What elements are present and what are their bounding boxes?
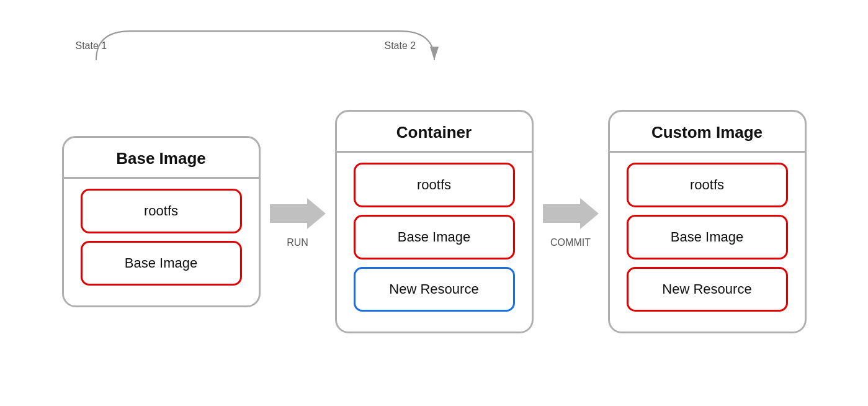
base-image-box: Base Image rootfs Base Image <box>62 136 261 307</box>
base-image-title: Base Image <box>64 138 259 179</box>
svg-marker-2 <box>543 198 599 229</box>
state2-label: State 2 <box>385 40 416 52</box>
ci-rootfs-layer: rootfs <box>627 163 788 207</box>
arrow-commit-wrapper: COMMIT <box>534 195 608 248</box>
container-box: Container rootfs Base Image New Resource <box>335 110 534 333</box>
diagram: State 1 State 2 Base Image rootfs Base I… <box>31 23 838 383</box>
bi-baseimage-layer: Base Image <box>81 241 242 286</box>
ci-baseimage-layer: Base Image <box>627 215 788 259</box>
arrow-run-wrapper: RUN <box>261 195 335 248</box>
state-arc <box>31 23 838 97</box>
custom-image-box: Custom Image rootfs Base Image New Resou… <box>608 110 807 333</box>
ci-newresource-layer: New Resource <box>627 267 788 312</box>
custom-image-title: Custom Image <box>610 112 805 153</box>
content-row: Base Image rootfs Base Image RUN Contain… <box>62 110 807 333</box>
c-baseimage-layer: Base Image <box>354 215 515 259</box>
run-label: RUN <box>287 237 308 248</box>
c-rootfs-layer: rootfs <box>354 163 515 207</box>
container-title: Container <box>337 112 532 153</box>
commit-label: COMMIT <box>550 237 591 248</box>
bi-rootfs-layer: rootfs <box>81 189 242 233</box>
c-newresource-layer: New Resource <box>354 267 515 312</box>
svg-marker-1 <box>270 198 326 229</box>
run-arrow-icon <box>270 195 326 232</box>
state1-label: State 1 <box>76 40 107 52</box>
commit-arrow-icon <box>543 195 599 232</box>
